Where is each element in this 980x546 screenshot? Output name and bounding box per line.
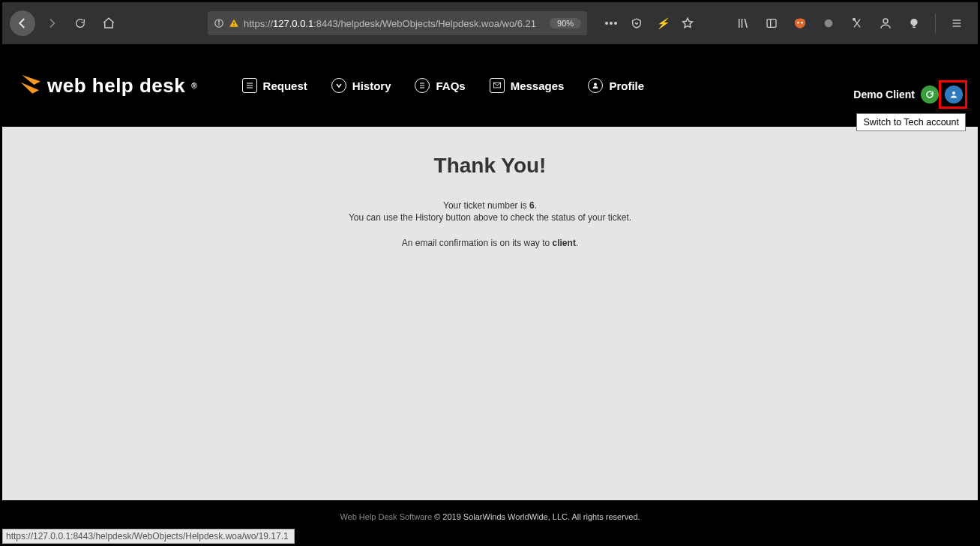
security-warning-icon[interactable] xyxy=(229,18,239,28)
nav-label: FAQs xyxy=(436,80,465,92)
svg-point-17 xyxy=(883,19,888,23)
svg-point-16 xyxy=(853,18,856,20)
browser-right-icons xyxy=(733,13,967,34)
footer-product[interactable]: Web Help Desk Software xyxy=(340,512,432,521)
extension-icon-4[interactable] xyxy=(904,13,925,34)
refresh-button[interactable] xyxy=(921,86,939,104)
nav-label: Messages xyxy=(511,80,565,92)
svg-rect-3 xyxy=(233,22,234,24)
tooltip: Switch to Tech account xyxy=(856,113,966,131)
extension-icon-3[interactable] xyxy=(847,13,868,34)
nav-label: Profile xyxy=(609,80,644,92)
url-text: https://127.0.0.1:8443/helpdesk/WebObjec… xyxy=(244,18,536,29)
nav-profile[interactable]: Profile xyxy=(588,78,644,93)
reload-button[interactable] xyxy=(68,11,92,35)
footer: Web Help Desk Software © 2019 SolarWinds… xyxy=(2,500,978,544)
svg-point-13 xyxy=(797,22,799,24)
profile-icon xyxy=(588,78,603,93)
logo-mark-icon xyxy=(17,74,43,98)
address-bar-actions: ⚡ xyxy=(601,13,698,34)
ticket-line: Your ticket number is 6. xyxy=(2,200,978,211)
footer-text: Web Help Desk Software © 2019 SolarWinds… xyxy=(340,512,640,521)
logo[interactable]: web help desk ® xyxy=(19,74,197,98)
app-header: web help desk ® Request History FAQs M xyxy=(2,44,978,127)
page-title: Thank You! xyxy=(2,154,978,178)
nav-history[interactable]: History xyxy=(331,78,391,93)
main-content: Thank You! Your ticket number is 6. You … xyxy=(2,127,978,500)
ticket-number: 6 xyxy=(529,200,535,211)
sidebar-icon[interactable] xyxy=(761,13,782,34)
nav-request[interactable]: Request xyxy=(242,78,307,93)
user-block: Demo Client xyxy=(853,86,963,104)
svg-point-5 xyxy=(605,22,608,25)
svg-point-2 xyxy=(218,21,219,22)
user-name: Demo Client xyxy=(853,88,915,100)
request-icon xyxy=(242,78,257,93)
back-button[interactable] xyxy=(10,10,35,36)
menu-icon[interactable] xyxy=(946,13,967,34)
svg-point-29 xyxy=(594,83,597,86)
svg-rect-18 xyxy=(913,27,916,28)
forward-button[interactable] xyxy=(40,11,64,35)
footer-copyright: © 2019 SolarWinds WorldWide, LLC. All ri… xyxy=(432,512,640,521)
logo-text: web help desk xyxy=(47,74,185,98)
extension-icon-2[interactable] xyxy=(818,13,839,34)
info-icon[interactable] xyxy=(214,18,224,28)
divider xyxy=(935,14,936,33)
main-nav: Request History FAQs Messages Profile xyxy=(242,78,644,93)
library-icon[interactable] xyxy=(733,13,754,34)
svg-rect-11 xyxy=(767,20,776,28)
logo-trademark: ® xyxy=(191,82,196,90)
nav-messages[interactable]: Messages xyxy=(490,78,565,93)
zoom-indicator[interactable]: 90% xyxy=(550,18,581,28)
messages-icon xyxy=(490,78,505,93)
url-path: :8443/helpdesk/WebObjects/Helpdesk.woa/w… xyxy=(313,18,536,29)
svg-line-10 xyxy=(745,19,747,28)
svg-point-14 xyxy=(801,22,803,24)
faqs-icon xyxy=(415,78,430,93)
nav-label: History xyxy=(352,80,391,92)
nav-faqs[interactable]: FAQs xyxy=(415,78,465,93)
status-bar: https://127.0.0.1:8443/helpdesk/WebObjec… xyxy=(2,529,295,544)
account-icon[interactable] xyxy=(875,13,896,34)
switch-account-button[interactable] xyxy=(945,86,963,104)
svg-point-15 xyxy=(825,20,833,28)
svg-point-6 xyxy=(610,22,613,25)
history-icon xyxy=(331,78,346,93)
url-prefix: https:// xyxy=(244,18,273,29)
svg-rect-4 xyxy=(233,25,234,26)
extension-fox-icon[interactable] xyxy=(790,13,811,34)
nav-label: Request xyxy=(263,80,307,92)
svg-point-30 xyxy=(952,92,955,94)
extension-icon-1[interactable]: ⚡ xyxy=(652,13,673,34)
bookmark-star-icon[interactable] xyxy=(677,13,698,34)
email-line: An email confirmation is on its way to c… xyxy=(2,238,978,248)
url-host: 127.0.0.1 xyxy=(273,18,313,29)
pocket-icon[interactable] xyxy=(626,13,647,34)
more-icon[interactable] xyxy=(601,13,622,34)
history-hint: You can use the History button above to … xyxy=(2,212,978,223)
svg-point-7 xyxy=(614,22,617,25)
email-recipient: client xyxy=(553,238,576,248)
browser-toolbar: https://127.0.0.1:8443/helpdesk/WebObjec… xyxy=(2,2,978,44)
address-bar[interactable]: https://127.0.0.1:8443/helpdesk/WebObjec… xyxy=(208,11,587,35)
home-button[interactable] xyxy=(97,11,121,35)
